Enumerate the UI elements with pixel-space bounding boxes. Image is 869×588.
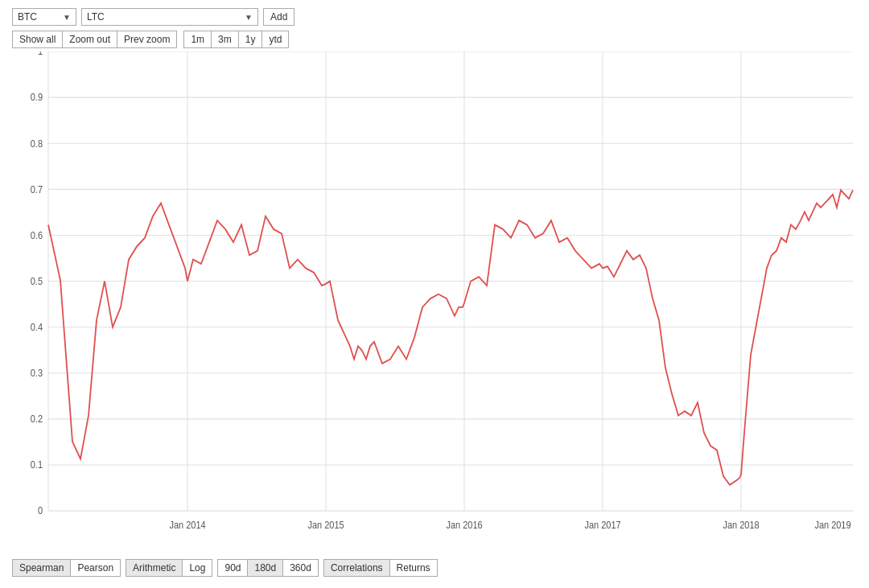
svg-text:0.5: 0.5: [31, 277, 43, 286]
add-button[interactable]: Add: [263, 8, 294, 26]
svg-text:0.6: 0.6: [31, 230, 43, 240]
svg-text:0.2: 0.2: [31, 414, 43, 424]
svg-text:Jan 2015: Jan 2015: [307, 520, 344, 529]
zoom-group: Show all Zoom out Prev zoom: [12, 31, 177, 48]
asset1-label: BTC: [18, 11, 37, 23]
chart-area: 1 0.9 0.8 0.7 0.6 0.5 0.4 0.3 0.2 0.1 0 …: [12, 51, 857, 554]
asset2-arrow: ▼: [245, 13, 253, 22]
period-group: 90d 180d 360d: [217, 559, 318, 577]
show-all-button[interactable]: Show all: [12, 31, 62, 48]
svg-text:Jan 2018: Jan 2018: [723, 520, 759, 529]
time-3m-button[interactable]: 3m: [211, 31, 238, 48]
pearson-button[interactable]: Pearson: [70, 559, 121, 577]
svg-text:0: 0: [38, 506, 43, 516]
days-90-button[interactable]: 90d: [217, 559, 247, 577]
asset1-dropdown[interactable]: BTC ▼: [12, 8, 76, 26]
second-row: Show all Zoom out Prev zoom 1m 3m 1y ytd: [12, 31, 857, 48]
scale-group: Arithmetic Log: [126, 559, 212, 577]
bottom-controls: Spearman Pearson Arithmetic Log 90d 180d…: [12, 559, 857, 580]
svg-text:0.3: 0.3: [31, 368, 43, 378]
svg-text:0.4: 0.4: [31, 323, 43, 332]
main-container: BTC ▼ LTC ▼ Add Show all Zoom out Prev z…: [0, 0, 869, 588]
svg-text:Jan 2016: Jan 2016: [446, 520, 482, 529]
log-button[interactable]: Log: [182, 559, 212, 577]
time-1m-button[interactable]: 1m: [183, 31, 211, 48]
svg-text:0.1: 0.1: [31, 460, 43, 470]
time-1y-button[interactable]: 1y: [238, 31, 262, 48]
zoom-out-button[interactable]: Zoom out: [62, 31, 117, 48]
svg-text:0.8: 0.8: [31, 138, 43, 148]
asset2-label: LTC: [87, 11, 105, 23]
svg-text:Jan 2019: Jan 2019: [814, 520, 850, 529]
svg-text:0.9: 0.9: [31, 93, 43, 102]
svg-text:Jan 2017: Jan 2017: [584, 520, 620, 529]
returns-button[interactable]: Returns: [389, 559, 438, 577]
spearman-button[interactable]: Spearman: [12, 559, 70, 577]
top-controls: BTC ▼ LTC ▼ Add: [12, 8, 857, 26]
asset2-dropdown[interactable]: LTC ▼: [81, 8, 258, 26]
correlation-type-group: Spearman Pearson: [12, 559, 121, 577]
correlations-button[interactable]: Correlations: [323, 559, 389, 577]
arithmetic-button[interactable]: Arithmetic: [126, 559, 182, 577]
time-group: 1m 3m 1y ytd: [183, 31, 289, 48]
days-360-button[interactable]: 360d: [282, 559, 319, 577]
svg-text:0.7: 0.7: [31, 184, 43, 194]
svg-text:1: 1: [38, 51, 43, 56]
svg-text:Jan 2014: Jan 2014: [169, 520, 206, 529]
view-group: Correlations Returns: [323, 559, 438, 577]
chart-svg: 1 0.9 0.8 0.7 0.6 0.5 0.4 0.3 0.2 0.1 0 …: [12, 51, 857, 554]
prev-zoom-button[interactable]: Prev zoom: [117, 31, 177, 48]
time-ytd-button[interactable]: ytd: [262, 31, 289, 48]
days-180-button[interactable]: 180d: [247, 559, 282, 577]
correlation-line: [48, 190, 853, 484]
asset1-arrow: ▼: [63, 13, 71, 22]
